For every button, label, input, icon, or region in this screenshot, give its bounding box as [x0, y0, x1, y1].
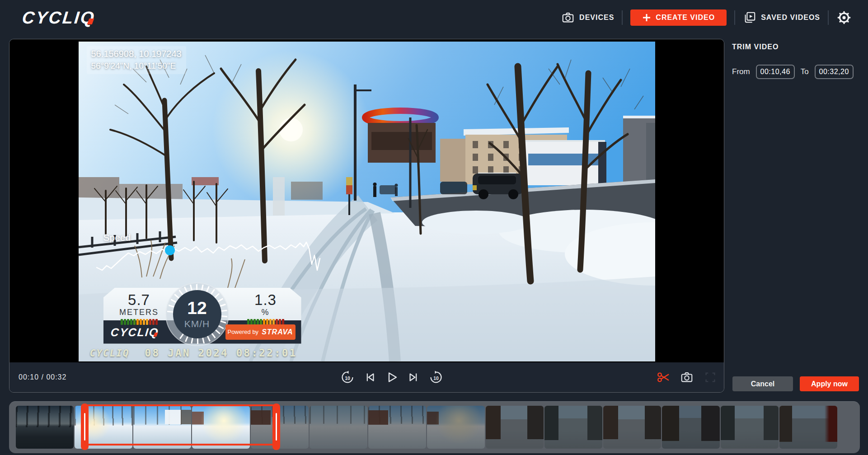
- osd-datetime: 08 JAN 2024 08:22:01: [145, 347, 297, 359]
- timeline-thumbnail[interactable]: [662, 406, 720, 449]
- player-controls-bar: 00:10 / 00:32 10: [9, 362, 724, 392]
- video-letterbox: 56.156908, 10.197243 56°9'24"N, 10°11'50…: [9, 39, 724, 363]
- devices-label: DEVICES: [579, 14, 614, 22]
- distance-value: 5.7: [114, 291, 164, 309]
- playback-controls: 10 10: [339, 369, 444, 385]
- trim-from-input[interactable]: [756, 65, 795, 79]
- create-video-button[interactable]: CREATE VIDEO: [630, 9, 727, 26]
- saved-videos-button[interactable]: SAVED VIDEOS: [743, 11, 820, 24]
- trim-panel-title: TRIM VIDEO: [732, 43, 859, 51]
- timeline-thumbnail[interactable]: [544, 406, 602, 449]
- trim-scissors-button[interactable]: [655, 369, 671, 385]
- fullscreen-button[interactable]: [702, 369, 718, 385]
- trim-to-label: To: [801, 67, 809, 76]
- timeline-thumbnail[interactable]: [310, 406, 367, 449]
- timeline-thumbnail[interactable]: [779, 406, 837, 449]
- timeline-thumbnail[interactable]: [368, 406, 426, 449]
- play-button[interactable]: [384, 369, 400, 385]
- apply-now-button[interactable]: Apply now: [800, 376, 859, 391]
- osd-brand: CYCLIQ: [90, 348, 130, 359]
- forward-10-button[interactable]: 10: [428, 369, 444, 385]
- settings-button[interactable]: [836, 10, 852, 25]
- svg-text:10: 10: [433, 375, 439, 381]
- distance-unit: METERS: [114, 308, 164, 317]
- strava-logo: STRAVA: [262, 328, 293, 336]
- trim-panel: TRIM VIDEO From To: [732, 43, 859, 79]
- nav-separator: [828, 10, 829, 25]
- timeline-thumbnail[interactable]: [486, 406, 544, 449]
- timeline-thumbnail[interactable]: [16, 406, 74, 449]
- nav-separator: [734, 10, 735, 25]
- nav-separator: [622, 10, 623, 25]
- timeline-thumbnail[interactable]: [427, 406, 485, 449]
- speed-position-marker: [165, 245, 175, 255]
- trim-end-handle[interactable]: [272, 403, 280, 450]
- gradient-value: 1.3: [241, 291, 291, 309]
- trim-action-buttons: Cancel Apply now: [732, 376, 859, 391]
- strava-badge: Powered by STRAVA: [225, 324, 296, 340]
- cycliq-logo-text: CYCLIQ: [21, 8, 96, 28]
- distance-meter-bars: [114, 319, 164, 325]
- filmstrip: [16, 406, 837, 449]
- gps-overlay: 56.156908, 10.197243 56°9'24"N, 10°11'50…: [87, 46, 186, 75]
- skip-end-button[interactable]: [406, 369, 422, 385]
- trim-range-row: From To: [732, 65, 859, 79]
- speed-sparkline: [97, 239, 323, 276]
- cycliq-logo[interactable]: CYCLIQ: [22, 8, 95, 28]
- gear-icon: [836, 10, 852, 25]
- header-nav: DEVICES CREATE VIDEO SAVED VIDEOS: [561, 9, 852, 26]
- speed-gauge: 12 KM/H: [165, 282, 229, 346]
- snapshot-button[interactable]: [679, 369, 695, 385]
- plus-icon: [642, 13, 651, 22]
- video-frame[interactable]: 56.156908, 10.197243 56°9'24"N, 10°11'50…: [79, 42, 655, 361]
- timeline[interactable]: [9, 401, 860, 453]
- rewind-10-button[interactable]: 10: [339, 369, 356, 385]
- dashboard-overlay: 5.7 METERS 1.3 % 12 KM/H: [103, 288, 301, 344]
- trim-start-handle[interactable]: [81, 403, 89, 450]
- gauge-core: 12 KM/H: [173, 290, 221, 338]
- gauge-speed-unit: KM/H: [184, 319, 210, 329]
- top-bar: CYCLIQ DEVICES CREATE VIDEO: [0, 0, 868, 35]
- svg-text:10: 10: [345, 375, 350, 381]
- timeline-thumbnail[interactable]: [192, 406, 250, 449]
- speed-line: [97, 242, 320, 270]
- skip-start-button[interactable]: [361, 369, 378, 385]
- create-video-label: CREATE VIDEO: [656, 14, 715, 22]
- devices-button[interactable]: DEVICES: [561, 11, 614, 24]
- saved-videos-label: SAVED VIDEOS: [761, 14, 820, 22]
- tool-controls: [655, 369, 718, 385]
- saved-videos-icon: [743, 11, 756, 24]
- gradient-metric: 1.3 %: [241, 291, 291, 325]
- video-player: 56.156908, 10.197243 56°9'24"N, 10°11'50…: [9, 39, 724, 393]
- cancel-button[interactable]: Cancel: [732, 376, 793, 391]
- timeline-thumbnail[interactable]: [603, 406, 661, 449]
- gradient-unit: %: [241, 308, 291, 317]
- dashboard-brand-logo: CYCLIQ: [111, 326, 159, 339]
- powered-by-label: Powered by: [227, 328, 258, 335]
- distance-metric: 5.7 METERS: [114, 291, 164, 325]
- trim-from-label: From: [732, 67, 750, 76]
- camera-device-icon: [561, 11, 575, 24]
- gauge-speed-value: 12: [187, 299, 206, 317]
- trim-to-input[interactable]: [815, 65, 854, 79]
- gps-dms: 56°9'24"N, 10°11'50"E: [91, 60, 182, 72]
- gps-decimal: 56.156908, 10.197243: [91, 48, 182, 60]
- timeline-thumbnail[interactable]: [721, 406, 779, 449]
- camera-osd: CYCLIQ 08 JAN 2024 08:22:01: [90, 347, 297, 359]
- timeline-thumbnail[interactable]: [133, 406, 191, 449]
- time-display: 00:10 / 00:32: [19, 373, 66, 381]
